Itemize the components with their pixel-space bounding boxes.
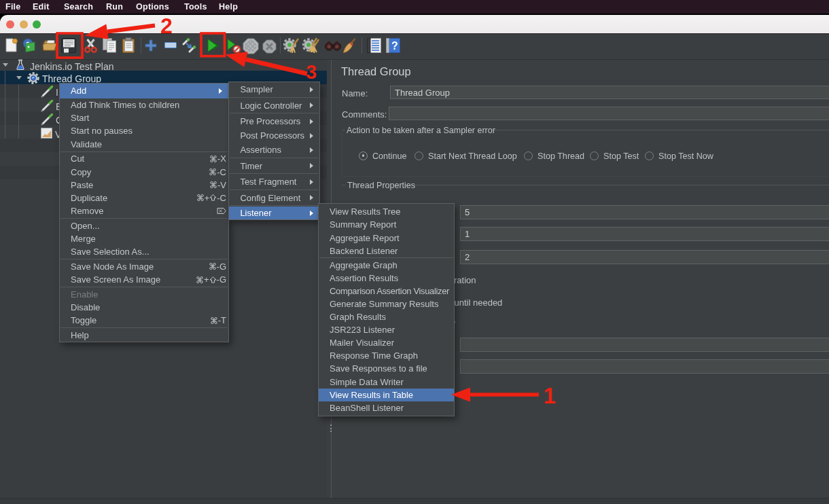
svg-text:?: ?	[391, 40, 398, 52]
